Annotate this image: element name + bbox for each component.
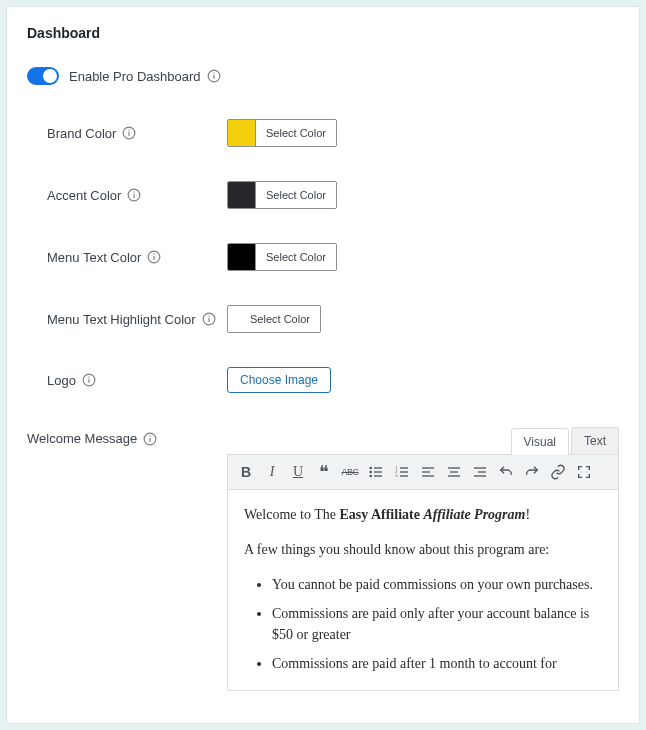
svg-rect-17 [88, 377, 89, 378]
welcome-message-label: Welcome Message [27, 431, 137, 446]
welcome-message-row: Welcome Message Visual Text B I U ❝ ABC … [27, 427, 619, 691]
accent-color-row: Accent Color Select Color [27, 181, 619, 209]
svg-text:3: 3 [395, 473, 398, 478]
svg-rect-2 [213, 73, 214, 74]
panel-title: Dashboard [27, 25, 619, 41]
color-swatch [228, 120, 256, 146]
logo-label: Logo [47, 373, 76, 388]
redo-button[interactable] [520, 460, 544, 484]
align-right-button[interactable] [468, 460, 492, 484]
enable-pro-row: Enable Pro Dashboard [27, 67, 619, 85]
color-swatch [228, 244, 256, 270]
svg-rect-13 [208, 318, 209, 322]
menu-text-color-picker[interactable]: Select Color [227, 243, 337, 271]
undo-button[interactable] [494, 460, 518, 484]
align-center-button[interactable] [442, 460, 466, 484]
color-swatch [228, 306, 240, 332]
svg-rect-1 [213, 75, 214, 79]
enable-pro-label: Enable Pro Dashboard [69, 69, 201, 84]
enable-pro-toggle[interactable] [27, 67, 59, 85]
info-icon[interactable] [127, 188, 141, 202]
svg-rect-19 [150, 437, 151, 441]
blockquote-button[interactable]: ❝ [312, 460, 336, 484]
editor-tabs: Visual Text [227, 427, 619, 454]
accent-color-picker[interactable]: Select Color [227, 181, 337, 209]
brand-color-row: Brand Color Select Color [27, 119, 619, 147]
tab-visual[interactable]: Visual [511, 428, 569, 455]
svg-rect-8 [134, 192, 135, 193]
info-icon[interactable] [207, 69, 221, 83]
logo-row: Logo Choose Image [27, 367, 619, 393]
accent-color-label: Accent Color [47, 188, 121, 203]
choose-image-button[interactable]: Choose Image [227, 367, 331, 393]
settings-panel: Dashboard Enable Pro Dashboard Brand Col… [6, 6, 640, 724]
welcome-text: Welcome to The [244, 507, 339, 522]
link-button[interactable] [546, 460, 570, 484]
svg-point-25 [370, 475, 371, 476]
list-item: You cannot be paid commissions on your o… [272, 574, 602, 595]
info-icon[interactable] [82, 373, 96, 387]
welcome-line2: A few things you should know about this … [244, 539, 602, 560]
italic-button[interactable]: I [260, 460, 284, 484]
svg-rect-10 [154, 256, 155, 260]
svg-rect-4 [129, 132, 130, 136]
select-color-button[interactable]: Select Color [256, 182, 336, 208]
menu-highlight-color-row: Menu Text Highlight Color Select Color [27, 305, 619, 333]
welcome-ital: Affiliate Program [423, 507, 525, 522]
align-left-button[interactable] [416, 460, 440, 484]
svg-point-21 [370, 467, 371, 468]
editor-toolbar: B I U ❝ ABC 123 [227, 454, 619, 490]
svg-point-23 [370, 471, 371, 472]
editor-body[interactable]: Welcome to The Easy Affiliate Affiliate … [228, 490, 618, 690]
bold-button[interactable]: B [234, 460, 258, 484]
select-color-button[interactable]: Select Color [240, 306, 320, 332]
info-icon[interactable] [122, 126, 136, 140]
bullet-list-button[interactable] [364, 460, 388, 484]
numbered-list-button[interactable]: 123 [390, 460, 414, 484]
select-color-button[interactable]: Select Color [256, 244, 336, 270]
welcome-bullets: You cannot be paid commissions on your o… [244, 574, 602, 674]
svg-rect-14 [208, 316, 209, 317]
welcome-bold: Easy Affiliate [339, 507, 420, 522]
welcome-editor: Visual Text B I U ❝ ABC 123 [227, 427, 619, 691]
strikethrough-button[interactable]: ABC [338, 460, 362, 484]
brand-color-picker[interactable]: Select Color [227, 119, 337, 147]
svg-rect-5 [129, 130, 130, 131]
svg-rect-16 [88, 379, 89, 383]
menu-text-color-label: Menu Text Color [47, 250, 141, 265]
menu-highlight-color-picker[interactable]: Select Color [227, 305, 321, 333]
list-item: Commissions are paid after 1 month to ac… [272, 653, 602, 674]
menu-text-color-row: Menu Text Color Select Color [27, 243, 619, 271]
fullscreen-button[interactable] [572, 460, 596, 484]
info-icon[interactable] [147, 250, 161, 264]
svg-rect-20 [150, 435, 151, 436]
tab-text[interactable]: Text [571, 427, 619, 454]
brand-color-label: Brand Color [47, 126, 116, 141]
menu-highlight-color-label: Menu Text Highlight Color [47, 312, 196, 327]
underline-button[interactable]: U [286, 460, 310, 484]
info-icon[interactable] [202, 312, 216, 326]
svg-rect-7 [134, 194, 135, 198]
svg-rect-11 [154, 254, 155, 255]
select-color-button[interactable]: Select Color [256, 120, 336, 146]
list-item: Commissions are paid only after your acc… [272, 603, 602, 645]
color-swatch [228, 182, 256, 208]
info-icon[interactable] [143, 432, 157, 446]
